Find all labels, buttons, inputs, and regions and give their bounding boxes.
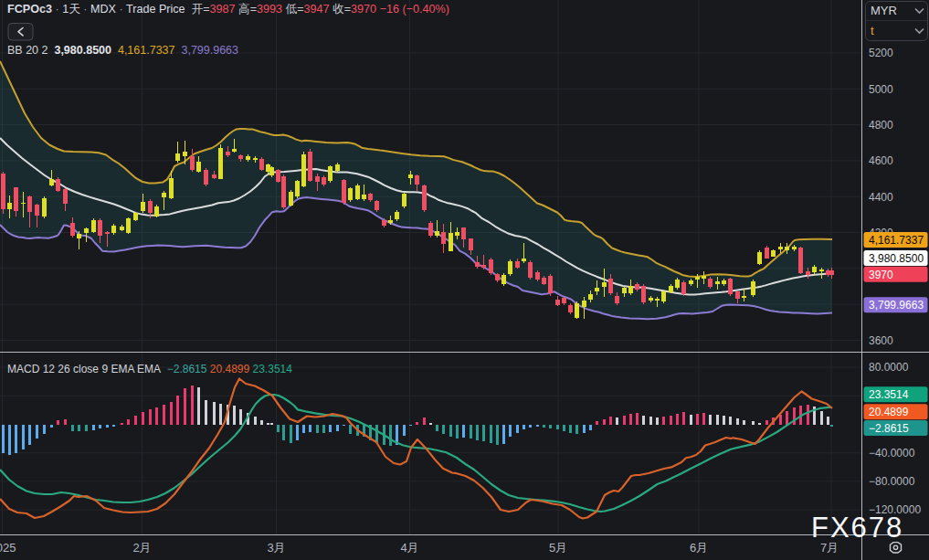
svg-text:4600: 4600 bbox=[869, 154, 893, 167]
svg-text:4400: 4400 bbox=[869, 191, 893, 204]
svg-text:−80.0000: −80.0000 bbox=[869, 475, 915, 488]
svg-text:3600: 3600 bbox=[869, 334, 893, 347]
svg-text:4月: 4月 bbox=[400, 541, 418, 555]
svg-text:2025: 2025 bbox=[0, 541, 16, 555]
svg-text:−40.0000: −40.0000 bbox=[869, 447, 915, 460]
svg-text:MACD 12 26 close 9 EMA EMA −2: MACD 12 26 close 9 EMA EMA −2.8615 20.48… bbox=[7, 363, 292, 375]
svg-text:4800: 4800 bbox=[869, 119, 893, 132]
svg-text:5200: 5200 bbox=[869, 47, 893, 59]
svg-text:3,799.9663: 3,799.9663 bbox=[869, 299, 924, 312]
svg-text:3月: 3月 bbox=[267, 541, 285, 555]
svg-text:−2.8615: −2.8615 bbox=[869, 422, 909, 435]
svg-text:3970: 3970 bbox=[869, 269, 893, 281]
svg-text:4,161.7337: 4,161.7337 bbox=[869, 234, 924, 247]
svg-text:BB 20 2 3,980.8500 4,161.733: BB 20 2 3,980.8500 4,161.7337 3,799.9663 bbox=[7, 44, 238, 57]
svg-text:2月: 2月 bbox=[132, 541, 151, 555]
svg-text:23.3514: 23.3514 bbox=[869, 388, 909, 401]
svg-text:MYR: MYR bbox=[871, 4, 897, 17]
svg-text:t: t bbox=[871, 24, 874, 37]
svg-text:FX678: FX678 bbox=[811, 512, 903, 544]
svg-text:5000: 5000 bbox=[869, 83, 893, 96]
svg-text:6月: 6月 bbox=[690, 541, 708, 555]
svg-text:80.0000: 80.0000 bbox=[869, 361, 909, 374]
svg-text:FCPOc3 · 1天 · MDX · Trade Pric: FCPOc3 · 1天 · MDX · Trade Price 开=3987 高… bbox=[7, 3, 449, 16]
svg-text:3,980.8500: 3,980.8500 bbox=[869, 252, 924, 265]
svg-text:5月: 5月 bbox=[549, 541, 567, 555]
svg-text:20.4899: 20.4899 bbox=[869, 406, 909, 418]
